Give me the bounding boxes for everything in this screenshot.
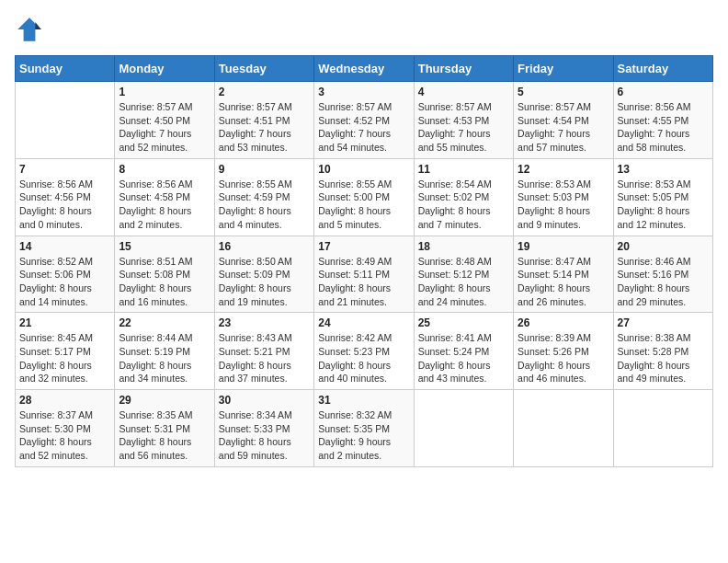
weekday-header: Saturday — [613, 56, 712, 82]
weekday-header: Wednesday — [314, 56, 414, 82]
day-number: 31 — [318, 394, 409, 407]
calendar-header: SundayMondayTuesdayWednesdayThursdayFrid… — [16, 56, 713, 82]
calendar-cell: 19Sunrise: 8:47 AM Sunset: 5:14 PM Dayli… — [514, 236, 613, 313]
day-number: 1 — [119, 86, 210, 98]
calendar-cell: 28Sunrise: 8:37 AM Sunset: 5:30 PM Dayli… — [16, 390, 115, 467]
logo-icon — [15, 15, 44, 44]
day-number: 16 — [219, 240, 310, 253]
day-info: Sunrise: 8:57 AM Sunset: 4:52 PM Dayligh… — [318, 100, 409, 155]
calendar-cell: 23Sunrise: 8:43 AM Sunset: 5:21 PM Dayli… — [214, 313, 313, 390]
day-number: 18 — [418, 240, 509, 253]
calendar-cell: 20Sunrise: 8:46 AM Sunset: 5:16 PM Dayli… — [613, 236, 712, 313]
calendar-cell: 1Sunrise: 8:57 AM Sunset: 4:50 PM Daylig… — [115, 82, 214, 159]
day-info: Sunrise: 8:55 AM Sunset: 4:59 PM Dayligh… — [219, 178, 310, 232]
calendar-cell: 9Sunrise: 8:55 AM Sunset: 4:59 PM Daylig… — [214, 158, 313, 236]
calendar-cell — [514, 390, 613, 467]
calendar-cell: 17Sunrise: 8:49 AM Sunset: 5:11 PM Dayli… — [314, 236, 414, 313]
calendar-body: 1Sunrise: 8:57 AM Sunset: 4:50 PM Daylig… — [16, 82, 713, 467]
calendar-cell: 27Sunrise: 8:38 AM Sunset: 5:28 PM Dayli… — [613, 313, 712, 390]
day-number: 24 — [318, 316, 409, 329]
day-number: 3 — [318, 86, 409, 98]
day-number: 29 — [119, 394, 210, 407]
calendar-cell: 12Sunrise: 8:53 AM Sunset: 5:03 PM Dayli… — [514, 158, 613, 236]
page-header — [15, 15, 713, 44]
day-info: Sunrise: 8:54 AM Sunset: 5:02 PM Dayligh… — [418, 178, 509, 232]
day-number: 10 — [318, 163, 409, 176]
day-number: 5 — [518, 86, 609, 98]
day-info: Sunrise: 8:44 AM Sunset: 5:19 PM Dayligh… — [119, 331, 210, 385]
day-number: 8 — [119, 163, 210, 176]
day-number: 2 — [219, 86, 310, 98]
calendar-week-row: 14Sunrise: 8:52 AM Sunset: 5:06 PM Dayli… — [16, 236, 713, 313]
calendar-cell: 13Sunrise: 8:53 AM Sunset: 5:05 PM Dayli… — [613, 158, 712, 236]
day-info: Sunrise: 8:53 AM Sunset: 5:03 PM Dayligh… — [518, 178, 609, 232]
day-number: 13 — [618, 163, 709, 176]
calendar-cell: 2Sunrise: 8:57 AM Sunset: 4:51 PM Daylig… — [214, 82, 313, 159]
day-info: Sunrise: 8:56 AM Sunset: 4:58 PM Dayligh… — [119, 178, 210, 232]
day-info: Sunrise: 8:55 AM Sunset: 5:00 PM Dayligh… — [318, 178, 409, 232]
day-info: Sunrise: 8:38 AM Sunset: 5:28 PM Dayligh… — [618, 331, 709, 385]
calendar-cell: 15Sunrise: 8:51 AM Sunset: 5:08 PM Dayli… — [115, 236, 214, 313]
day-info: Sunrise: 8:37 AM Sunset: 5:30 PM Dayligh… — [19, 408, 110, 463]
calendar-cell: 11Sunrise: 8:54 AM Sunset: 5:02 PM Dayli… — [414, 158, 513, 236]
calendar-cell: 5Sunrise: 8:57 AM Sunset: 4:54 PM Daylig… — [514, 82, 613, 159]
svg-marker-1 — [35, 22, 40, 29]
day-number: 20 — [618, 240, 709, 253]
day-info: Sunrise: 8:53 AM Sunset: 5:05 PM Dayligh… — [618, 178, 709, 232]
calendar-cell: 8Sunrise: 8:56 AM Sunset: 4:58 PM Daylig… — [115, 158, 214, 236]
day-info: Sunrise: 8:57 AM Sunset: 4:53 PM Dayligh… — [418, 100, 509, 155]
calendar-cell: 10Sunrise: 8:55 AM Sunset: 5:00 PM Dayli… — [314, 158, 414, 236]
weekday-header: Sunday — [16, 56, 115, 82]
day-info: Sunrise: 8:57 AM Sunset: 4:54 PM Dayligh… — [518, 100, 609, 155]
calendar-cell: 30Sunrise: 8:34 AM Sunset: 5:33 PM Dayli… — [214, 390, 313, 467]
calendar-cell — [414, 390, 513, 467]
day-number: 21 — [19, 316, 110, 329]
day-number: 7 — [19, 163, 110, 176]
calendar-week-row: 1Sunrise: 8:57 AM Sunset: 4:50 PM Daylig… — [16, 82, 713, 159]
day-info: Sunrise: 8:57 AM Sunset: 4:51 PM Dayligh… — [219, 100, 310, 155]
day-info: Sunrise: 8:51 AM Sunset: 5:08 PM Dayligh… — [119, 255, 210, 309]
day-number: 11 — [418, 163, 509, 176]
day-info: Sunrise: 8:32 AM Sunset: 5:35 PM Dayligh… — [318, 408, 409, 463]
day-number: 27 — [618, 316, 709, 329]
day-info: Sunrise: 8:43 AM Sunset: 5:21 PM Dayligh… — [219, 331, 310, 385]
calendar-cell: 25Sunrise: 8:41 AM Sunset: 5:24 PM Dayli… — [414, 313, 513, 390]
day-info: Sunrise: 8:39 AM Sunset: 5:26 PM Dayligh… — [518, 331, 609, 385]
calendar-cell: 16Sunrise: 8:50 AM Sunset: 5:09 PM Dayli… — [214, 236, 313, 313]
logo — [15, 15, 48, 44]
calendar-cell: 21Sunrise: 8:45 AM Sunset: 5:17 PM Dayli… — [16, 313, 115, 390]
day-number: 26 — [518, 316, 609, 329]
calendar-cell: 7Sunrise: 8:56 AM Sunset: 4:56 PM Daylig… — [16, 158, 115, 236]
calendar-cell: 24Sunrise: 8:42 AM Sunset: 5:23 PM Dayli… — [314, 313, 414, 390]
day-number: 4 — [418, 86, 509, 98]
day-info: Sunrise: 8:49 AM Sunset: 5:11 PM Dayligh… — [318, 255, 409, 309]
day-info: Sunrise: 8:52 AM Sunset: 5:06 PM Dayligh… — [19, 255, 110, 309]
calendar-cell: 14Sunrise: 8:52 AM Sunset: 5:06 PM Dayli… — [16, 236, 115, 313]
day-info: Sunrise: 8:45 AM Sunset: 5:17 PM Dayligh… — [19, 331, 110, 385]
day-info: Sunrise: 8:57 AM Sunset: 4:50 PM Dayligh… — [119, 100, 210, 155]
weekday-header: Thursday — [414, 56, 513, 82]
day-info: Sunrise: 8:56 AM Sunset: 4:56 PM Dayligh… — [19, 178, 110, 232]
calendar-cell: 4Sunrise: 8:57 AM Sunset: 4:53 PM Daylig… — [414, 82, 513, 159]
day-info: Sunrise: 8:48 AM Sunset: 5:12 PM Dayligh… — [418, 255, 509, 309]
day-number: 17 — [318, 240, 409, 253]
calendar-week-row: 7Sunrise: 8:56 AM Sunset: 4:56 PM Daylig… — [16, 158, 713, 236]
day-number: 25 — [418, 316, 509, 329]
calendar-cell: 18Sunrise: 8:48 AM Sunset: 5:12 PM Dayli… — [414, 236, 513, 313]
weekday-header: Monday — [115, 56, 214, 82]
day-number: 9 — [219, 163, 310, 176]
day-number: 28 — [19, 394, 110, 407]
day-info: Sunrise: 8:34 AM Sunset: 5:33 PM Dayligh… — [219, 408, 310, 463]
calendar-table: SundayMondayTuesdayWednesdayThursdayFrid… — [15, 55, 713, 467]
day-info: Sunrise: 8:35 AM Sunset: 5:31 PM Dayligh… — [119, 408, 210, 463]
day-number: 15 — [119, 240, 210, 253]
calendar-cell: 31Sunrise: 8:32 AM Sunset: 5:35 PM Dayli… — [314, 390, 414, 467]
calendar-cell — [613, 390, 712, 467]
calendar-cell: 29Sunrise: 8:35 AM Sunset: 5:31 PM Dayli… — [115, 390, 214, 467]
day-number: 19 — [518, 240, 609, 253]
weekday-header: Friday — [514, 56, 613, 82]
day-info: Sunrise: 8:41 AM Sunset: 5:24 PM Dayligh… — [418, 331, 509, 385]
calendar-week-row: 21Sunrise: 8:45 AM Sunset: 5:17 PM Dayli… — [16, 313, 713, 390]
day-number: 14 — [19, 240, 110, 253]
day-info: Sunrise: 8:56 AM Sunset: 4:55 PM Dayligh… — [618, 100, 709, 155]
